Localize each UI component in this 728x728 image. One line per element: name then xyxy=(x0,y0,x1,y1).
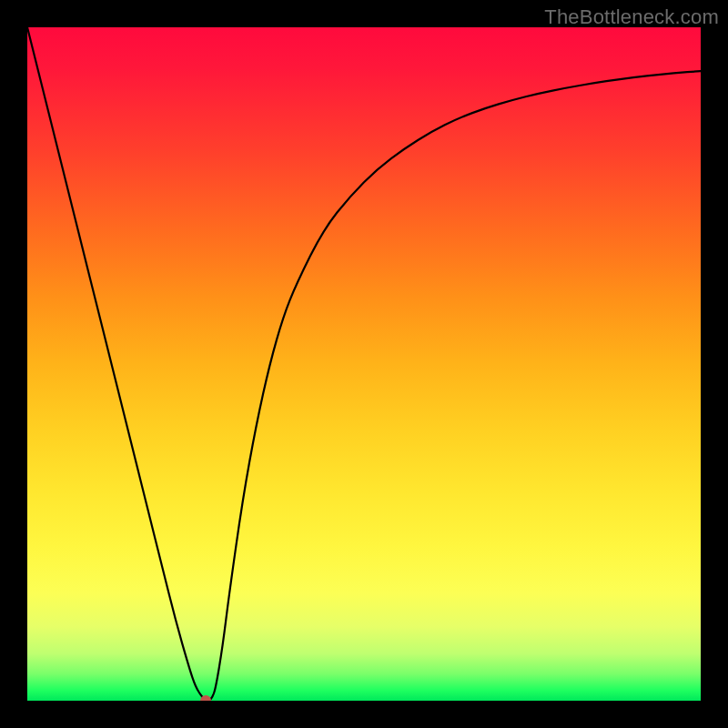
plot-area xyxy=(27,27,701,701)
watermark-text: TheBottleneck.com xyxy=(544,5,719,29)
chart-container: TheBottleneck.com xyxy=(0,0,728,728)
bottleneck-curve xyxy=(27,27,701,701)
curve-path xyxy=(27,27,701,701)
